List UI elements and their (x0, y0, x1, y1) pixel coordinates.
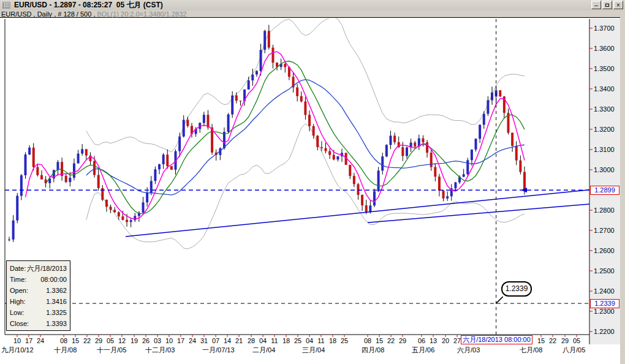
candle-body[interactable] (414, 143, 416, 146)
candle-body[interactable] (328, 151, 331, 155)
candle-body[interactable] (256, 71, 258, 75)
candle-body[interactable] (491, 93, 493, 100)
candle-body[interactable] (483, 114, 485, 125)
candle-body[interactable] (248, 80, 250, 89)
candle-body[interactable] (105, 200, 108, 207)
candle-body[interactable] (487, 100, 489, 114)
candle-body[interactable] (158, 164, 161, 169)
minimize-button[interactable]: – (591, 1, 601, 9)
candle-body[interactable] (357, 184, 359, 194)
candle-body[interactable] (183, 120, 185, 137)
candle-body[interactable] (239, 100, 241, 101)
candle-body[interactable] (110, 207, 112, 210)
candle-body[interactable] (304, 102, 306, 115)
candle-body[interactable] (381, 156, 384, 170)
candle-body[interactable] (365, 205, 368, 212)
price-callout-bubble[interactable]: 1.2339 (501, 281, 532, 297)
candle-body[interactable] (231, 96, 233, 115)
candle-body[interactable] (300, 96, 303, 102)
candle-body[interactable] (113, 210, 116, 212)
candle-body[interactable] (12, 221, 15, 240)
candle-body[interactable] (227, 115, 230, 132)
candle-body[interactable] (499, 90, 501, 96)
candle-body[interactable] (353, 176, 355, 184)
close-button[interactable]: × (613, 1, 623, 9)
candle-body[interactable] (336, 156, 339, 159)
candle-body[interactable] (519, 161, 521, 172)
candle-body[interactable] (16, 196, 18, 221)
candle-body[interactable] (312, 126, 315, 136)
candle-body[interactable] (438, 176, 441, 191)
candle-body[interactable] (373, 191, 376, 205)
candle-body[interactable] (422, 138, 424, 142)
candle-body[interactable] (150, 181, 153, 193)
candle-body[interactable] (40, 175, 43, 180)
candle-body[interactable] (475, 138, 477, 150)
candle-body[interactable] (377, 170, 380, 191)
candle-body[interactable] (154, 169, 156, 181)
candle-body[interactable] (442, 191, 445, 199)
candle-body[interactable] (463, 174, 465, 176)
candle-body[interactable] (146, 193, 148, 202)
candle-body[interactable] (369, 205, 371, 211)
candle-body[interactable] (162, 154, 165, 164)
candle-body[interactable] (393, 135, 396, 142)
candle-body[interactable] (325, 148, 327, 151)
candle-body[interactable] (308, 115, 311, 126)
candle-body[interactable] (203, 115, 205, 123)
candle-body[interactable] (24, 154, 26, 175)
candle-body[interactable] (296, 88, 298, 96)
candle-body[interactable] (69, 178, 71, 182)
candle-body[interactable] (166, 154, 169, 166)
window-titlebar[interactable]: EUR/USD - 1.2897 - 08:25:27 05 七月 (CST) … (0, 0, 625, 10)
candle-body[interactable] (523, 172, 526, 191)
candle-body[interactable] (515, 146, 518, 161)
candle-body[interactable] (268, 31, 270, 47)
candle-body[interactable] (434, 167, 436, 177)
candle-body[interactable] (260, 50, 262, 71)
candle-body[interactable] (349, 165, 351, 176)
candle-body[interactable] (263, 31, 266, 50)
candle-body[interactable] (385, 145, 388, 157)
candle-body[interactable] (85, 149, 88, 155)
price-chart-canvas[interactable]: 1.37001.36001.35001.34001.33001.32001.31… (0, 18, 620, 354)
candle-body[interactable] (142, 202, 145, 213)
candle-body[interactable] (36, 167, 39, 175)
candle-body[interactable] (28, 148, 31, 154)
candle-body[interactable] (77, 154, 80, 164)
candle-body[interactable] (251, 75, 254, 81)
candle-body[interactable] (170, 166, 173, 170)
candle-body[interactable] (56, 162, 59, 170)
candle-body[interactable] (511, 133, 513, 146)
candle-body[interactable] (130, 220, 132, 222)
candle-body[interactable] (134, 216, 136, 220)
candle-body[interactable] (454, 183, 456, 189)
candle-body[interactable] (361, 195, 363, 205)
candle-body[interactable] (471, 150, 473, 160)
candle-body[interactable] (333, 155, 335, 159)
candle-body[interactable] (97, 175, 100, 188)
candle-body[interactable] (316, 135, 319, 147)
candle-body[interactable] (320, 147, 323, 148)
candle-body[interactable] (20, 175, 23, 195)
chart-area[interactable]: 1.37001.36001.35001.34001.33001.32001.31… (0, 18, 620, 354)
candle-body[interactable] (32, 148, 35, 167)
candle-body[interactable] (186, 120, 189, 126)
candle-body[interactable] (430, 153, 433, 167)
candle-body[interactable] (126, 220, 128, 222)
candle-body[interactable] (118, 212, 120, 216)
candle-body[interactable] (446, 196, 449, 198)
candle-body[interactable] (81, 149, 83, 153)
candle-body[interactable] (121, 216, 124, 220)
candle-body[interactable] (93, 161, 96, 175)
candle-body[interactable] (73, 164, 75, 178)
candle-body[interactable] (389, 135, 392, 145)
candle-body[interactable] (235, 96, 238, 101)
candle-body[interactable] (178, 137, 181, 151)
candle-body[interactable] (466, 160, 469, 174)
restore-button[interactable] (602, 1, 612, 9)
candle-body[interactable] (479, 125, 481, 139)
candle-body[interactable] (401, 147, 404, 156)
candle-body[interactable] (271, 48, 274, 63)
candle-body[interactable] (406, 148, 408, 156)
